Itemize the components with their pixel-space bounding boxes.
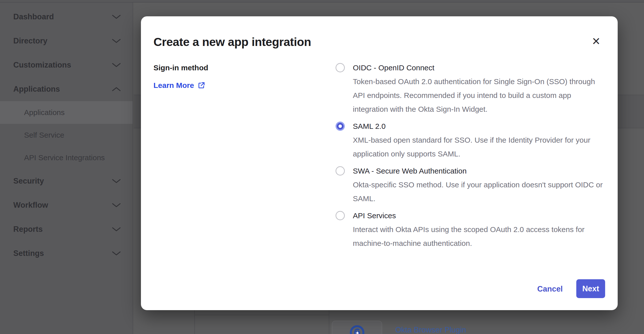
sidebar-item-label: Dashboard xyxy=(13,12,54,21)
option-description: XML-based open standard for SSO. Use if … xyxy=(353,133,605,161)
radio-saml[interactable] xyxy=(336,122,345,131)
modal-left-column: Sign-in method Learn More xyxy=(153,61,329,92)
chevron-down-icon xyxy=(112,14,121,19)
chevron-up-icon xyxy=(112,87,121,92)
option-oidc: OIDC - OpenID Connect Token-based OAuth … xyxy=(336,61,605,116)
content-panel-border xyxy=(195,315,329,315)
chevron-down-icon xyxy=(112,38,121,43)
sidebar-item-label: Applications xyxy=(13,85,60,94)
sidebar-item-label: Security xyxy=(13,177,44,186)
sidebar-item-security[interactable]: Security xyxy=(0,169,133,193)
top-bar-strip xyxy=(0,0,644,2)
page: Dashboard Directory Customizations Appli… xyxy=(0,0,644,334)
sidebar-subitem-label: Self Service xyxy=(24,131,64,139)
chevron-down-icon xyxy=(112,251,121,256)
option-label: SWA - Secure Web Authentication xyxy=(353,164,605,178)
sidebar-item-label: Settings xyxy=(13,249,44,258)
sidebar-subitem-label: API Service Integrations xyxy=(24,153,105,162)
sidebar-item-directory[interactable]: Directory xyxy=(0,29,133,53)
radio-swa[interactable] xyxy=(336,166,345,176)
modal-title: Create a new app integration xyxy=(153,35,311,49)
chevron-down-icon xyxy=(112,179,121,184)
okta-plugin-icon xyxy=(349,324,365,334)
content-panel-divider xyxy=(329,310,329,334)
option-label: OIDC - OpenID Connect xyxy=(353,61,605,75)
sign-in-method-label: Sign-in method xyxy=(153,61,329,75)
sidebar-item-reports[interactable]: Reports xyxy=(0,217,133,241)
sidebar-subitem-api-service-integrations[interactable]: API Service Integrations xyxy=(0,146,133,169)
sidebar: Dashboard Directory Customizations Appli… xyxy=(0,3,133,334)
sidebar-item-dashboard[interactable]: Dashboard xyxy=(0,5,133,29)
sidebar-subitem-label: Applications xyxy=(24,108,65,117)
sidebar-item-applications[interactable]: Applications xyxy=(0,77,133,101)
option-saml: SAML 2.0 XML-based open standard for SSO… xyxy=(336,119,605,161)
option-description: Token-based OAuth 2.0 authentication for… xyxy=(353,75,605,116)
sidebar-item-label: Workflow xyxy=(13,201,48,210)
cancel-button[interactable]: Cancel xyxy=(536,284,564,294)
learn-more-link[interactable]: Learn More xyxy=(153,78,205,92)
content-panel-divider xyxy=(194,310,195,334)
okta-browser-plugin-link[interactable]: Okta Browser Plugin xyxy=(395,325,466,334)
option-swa: SWA - Secure Web Authentication Okta-spe… xyxy=(336,164,605,205)
next-button[interactable]: Next xyxy=(576,279,605,298)
sign-in-method-options: OIDC - OpenID Connect Token-based OAuth … xyxy=(336,61,605,253)
sidebar-item-label: Customizations xyxy=(13,61,71,70)
sidebar-item-workflow[interactable]: Workflow xyxy=(0,193,133,217)
sidebar-item-settings[interactable]: Settings xyxy=(0,241,133,265)
sidebar-item-label: Directory xyxy=(13,36,47,45)
sidebar-item-customizations[interactable]: Customizations xyxy=(0,53,133,77)
sidebar-nav: Dashboard Directory Customizations Appli… xyxy=(0,5,133,265)
external-link-icon xyxy=(198,82,205,89)
learn-more-label: Learn More xyxy=(153,78,194,92)
sidebar-subitem-applications[interactable]: Applications xyxy=(0,101,133,124)
sidebar-subitem-self-service[interactable]: Self Service xyxy=(0,124,133,146)
option-label: SAML 2.0 xyxy=(353,119,605,133)
sidebar-item-label: Reports xyxy=(13,225,43,234)
option-description: Okta-specific SSO method. Use if your ap… xyxy=(353,178,605,205)
option-description: Interact with Okta APIs using the scoped… xyxy=(353,222,605,250)
radio-oidc[interactable] xyxy=(336,63,345,72)
radio-api-services[interactable] xyxy=(336,211,345,220)
create-app-integration-modal: ✕ Create a new app integration Sign-in m… xyxy=(141,16,618,310)
close-icon[interactable]: ✕ xyxy=(589,34,603,48)
chevron-down-icon xyxy=(112,63,121,68)
chevron-down-icon xyxy=(112,227,121,232)
option-api-services: API Services Interact with Okta APIs usi… xyxy=(336,209,605,250)
option-label: API Services xyxy=(353,209,605,222)
chevron-down-icon xyxy=(112,203,121,208)
